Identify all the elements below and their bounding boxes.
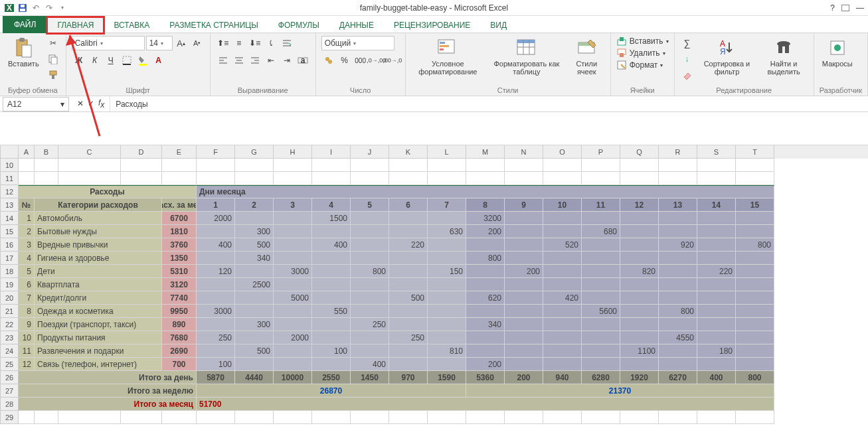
cell[interactable]	[659, 172, 697, 185]
cell[interactable]: 340	[235, 252, 274, 265]
align-middle-icon[interactable]: ≡	[232, 36, 246, 50]
cell[interactable]	[197, 318, 235, 331]
cell[interactable]: 500	[235, 238, 274, 252]
cell[interactable]	[582, 212, 620, 225]
cell[interactable]	[620, 358, 659, 371]
cell[interactable]	[620, 159, 659, 172]
increase-indent-icon[interactable]: ⇥	[280, 53, 294, 68]
ribbon-display-icon[interactable]	[841, 5, 849, 11]
cell[interactable]	[389, 318, 428, 331]
fill-icon[interactable]: ↓	[680, 52, 695, 66]
cell[interactable]: 220	[697, 265, 736, 278]
cell[interactable]	[659, 278, 697, 291]
cell[interactable]	[121, 159, 162, 172]
cell[interactable]: Итого за месяц	[19, 398, 197, 411]
cell[interactable]	[620, 318, 659, 331]
cell[interactable]	[582, 331, 620, 344]
cell[interactable]: 21370	[466, 384, 774, 398]
cell[interactable]: 6700	[162, 212, 197, 225]
row-header[interactable]: 17	[0, 252, 19, 265]
cell[interactable]	[389, 344, 428, 358]
cell[interactable]	[162, 411, 197, 424]
cell[interactable]: 420	[543, 291, 582, 305]
cell[interactable]	[736, 358, 774, 371]
cell[interactable]	[19, 172, 35, 185]
cell[interactable]: 250	[389, 331, 428, 344]
row-header[interactable]: 26	[0, 371, 19, 384]
cell[interactable]	[428, 305, 466, 318]
cell-styles-button[interactable]: Стили ячеек	[568, 36, 605, 77]
cell[interactable]	[620, 305, 659, 318]
cell[interactable]	[659, 212, 697, 225]
cell[interactable]: 2690	[162, 344, 197, 358]
cell[interactable]: 5310	[162, 265, 197, 278]
cell[interactable]: 15	[736, 198, 774, 212]
row-header[interactable]: 11	[0, 172, 19, 185]
cell[interactable]	[312, 331, 351, 344]
accounting-icon[interactable]	[321, 53, 336, 68]
cell[interactable]	[274, 318, 312, 331]
cell[interactable]	[466, 278, 505, 291]
cell[interactable]: 970	[389, 371, 428, 384]
cell[interactable]	[389, 225, 428, 238]
cell[interactable]	[312, 358, 351, 371]
cell[interactable]: 1	[19, 212, 35, 225]
cell[interactable]	[389, 159, 428, 172]
cell[interactable]: 9	[19, 318, 35, 331]
cell[interactable]	[736, 344, 774, 358]
cut-icon[interactable]: ✂	[46, 36, 60, 50]
cell[interactable]	[235, 291, 274, 305]
cell[interactable]	[620, 212, 659, 225]
cell[interactable]	[197, 252, 235, 265]
align-bottom-icon[interactable]: ⬇≡	[248, 36, 262, 50]
row-header[interactable]: 23	[0, 331, 19, 344]
col-header[interactable]: O	[543, 145, 582, 159]
cell[interactable]: 14	[697, 198, 736, 212]
cell[interactable]: 11	[582, 198, 620, 212]
cell[interactable]: 700	[162, 358, 197, 371]
col-header[interactable]: I	[312, 145, 351, 159]
cell[interactable]: 13	[659, 198, 697, 212]
col-header[interactable]: Q	[620, 145, 659, 159]
cell[interactable]	[312, 225, 351, 238]
cell[interactable]	[121, 411, 162, 424]
cell[interactable]: 200	[466, 358, 505, 371]
cell[interactable]: 3760	[162, 238, 197, 252]
help-icon[interactable]: ?	[830, 3, 835, 13]
cell[interactable]	[235, 212, 274, 225]
cell[interactable]	[428, 252, 466, 265]
cell[interactable]	[736, 252, 774, 265]
cell[interactable]: 940	[543, 371, 582, 384]
format-painter-icon[interactable]	[46, 68, 60, 82]
cell[interactable]	[466, 172, 505, 185]
cell[interactable]	[505, 291, 543, 305]
increase-font-icon[interactable]: A▴	[174, 36, 189, 50]
cell[interactable]	[582, 159, 620, 172]
cell[interactable]	[582, 252, 620, 265]
row-header[interactable]: 16	[0, 238, 19, 252]
cell[interactable]	[736, 278, 774, 291]
cell[interactable]	[274, 238, 312, 252]
cell[interactable]	[697, 411, 736, 424]
cell[interactable]	[543, 159, 582, 172]
cell[interactable]	[582, 358, 620, 371]
cell[interactable]	[121, 172, 162, 185]
cell[interactable]	[197, 225, 235, 238]
cell[interactable]: 11	[19, 344, 35, 358]
cell[interactable]	[351, 212, 389, 225]
cell[interactable]: 4	[312, 198, 351, 212]
wrap-text-icon[interactable]	[280, 36, 294, 50]
cell[interactable]	[428, 212, 466, 225]
cell[interactable]	[428, 172, 466, 185]
cell[interactable]	[697, 159, 736, 172]
cell[interactable]	[274, 159, 312, 172]
font-name-combo[interactable]: Calibri▾	[72, 36, 145, 50]
cell[interactable]: 2	[235, 198, 274, 212]
cell[interactable]	[35, 172, 58, 185]
cell[interactable]: 6280	[582, 371, 620, 384]
cell[interactable]: 5000	[274, 291, 312, 305]
merge-icon[interactable]: a	[296, 53, 310, 68]
number-format-combo[interactable]: Общий▾	[321, 36, 394, 50]
cell[interactable]	[19, 411, 35, 424]
tab-insert[interactable]: ВСТАВКА	[104, 17, 159, 33]
